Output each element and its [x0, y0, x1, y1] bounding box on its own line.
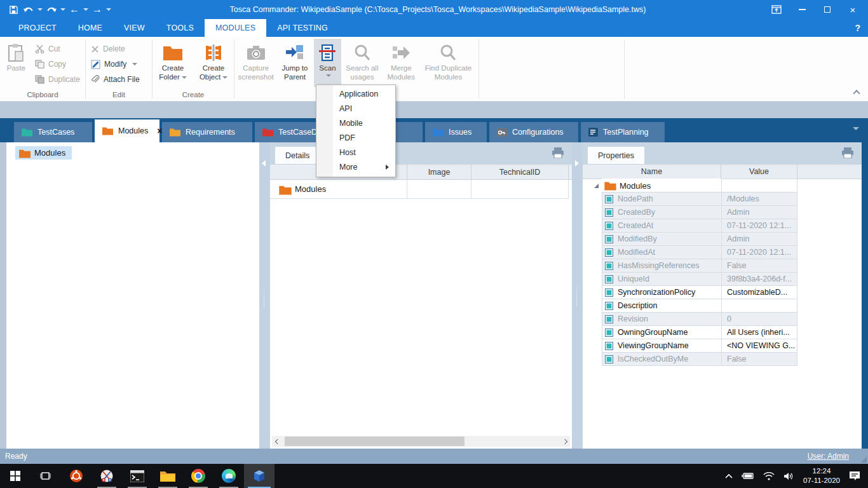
edge-icon[interactable] [214, 464, 244, 488]
property-row-ischeckedoutbyme[interactable]: IsCheckedOutByMeFalse [583, 353, 797, 366]
redo-dropdown-caret[interactable] [60, 3, 66, 17]
ubuntu-icon[interactable] [61, 464, 92, 488]
resize-grip[interactable] [860, 456, 867, 463]
battery-icon[interactable] [742, 472, 754, 480]
merge-modules-button[interactable]: Merge Modules [383, 39, 419, 87]
scroll-left-arrow-icon[interactable] [272, 436, 283, 447]
property-root-row[interactable]: Modules [583, 179, 797, 193]
menu-item-pdf[interactable]: PDF [316, 130, 395, 145]
cut-button[interactable]: Cut [31, 41, 84, 57]
collapse-panel-arrow-icon[interactable] [575, 160, 579, 166]
ribbon-tab-api-testing[interactable]: API TESTING [266, 19, 339, 37]
property-row-modifiedat[interactable]: ModifiedAt07-11-2020 12:1... [583, 246, 797, 259]
ribbon-tab-modules[interactable]: MODULES [205, 19, 266, 37]
workspace-tab-testplanning[interactable]: TestPlanning [581, 122, 665, 142]
ribbon-tab-home[interactable]: HOME [67, 19, 113, 37]
ribbon-tab-view[interactable]: VIEW [113, 19, 156, 37]
property-row-createdat[interactable]: CreatedAt07-11-2020 12:1... [583, 219, 797, 233]
minimize-button[interactable] [789, 1, 815, 18]
tab-overflow-caret-icon[interactable] [853, 127, 859, 130]
user-link[interactable]: User: Admin [808, 452, 849, 461]
speaker-icon[interactable] [783, 472, 794, 480]
undo-button[interactable] [22, 3, 36, 17]
property-row-revision[interactable]: Revision0 [583, 313, 797, 326]
collapse-ribbon-chevron-icon[interactable] [854, 91, 862, 96]
scrollbar-thumb[interactable] [285, 437, 465, 446]
back-dropdown-caret[interactable] [83, 3, 89, 17]
duplicate-button[interactable]: Duplicate [31, 72, 84, 87]
property-row-uniqueid[interactable]: UniqueId39f8b3a4-206d-f... [583, 273, 797, 286]
menu-item-more[interactable]: More [316, 159, 395, 174]
scroll-right-arrow-icon[interactable] [559, 436, 570, 447]
maximize-button[interactable] [815, 1, 840, 18]
close-button[interactable]: × [840, 1, 865, 18]
undo-dropdown-caret[interactable] [37, 3, 43, 17]
create-folder-button[interactable]: Create Folder [154, 39, 192, 87]
taskbar-clock[interactable]: 12:24 07-11-2020 [803, 466, 840, 485]
notification-icon[interactable] [849, 471, 860, 481]
collapse-panel-arrow-icon[interactable] [262, 160, 266, 166]
tosca-taskbar-icon[interactable] [244, 464, 275, 488]
create-object-button[interactable]: Create Object [194, 39, 233, 87]
horizontal-scrollbar[interactable] [272, 436, 570, 447]
column-value[interactable]: Value [721, 165, 797, 179]
ribbon-tab-tools[interactable]: TOOLS [156, 19, 205, 37]
ribbon-tab-project[interactable]: PROJECT [8, 19, 67, 37]
column-name[interactable]: Name [583, 165, 721, 179]
redo-button[interactable] [44, 3, 58, 17]
expander-icon[interactable] [594, 184, 599, 188]
menu-item-mobile[interactable]: Mobile [316, 116, 395, 130]
workspace-tab-modules[interactable]: Modules × [95, 119, 159, 142]
property-row-nodepath[interactable]: NodePath/Modules [583, 193, 797, 206]
forward-dropdown-caret[interactable] [105, 3, 112, 17]
search-all-usages-button[interactable]: Search all usages [341, 39, 383, 87]
collapse-ribbon-icon[interactable] [764, 1, 789, 18]
column-image[interactable]: Image [407, 165, 471, 179]
delete-button[interactable]: Delete [87, 41, 144, 57]
property-row-createdby[interactable]: CreatedByAdmin [583, 206, 797, 219]
workspace-tab-configurations[interactable]: Configurations [489, 122, 578, 142]
scan-button[interactable]: Scan [314, 39, 342, 87]
tree-item-modules[interactable]: Modules [15, 146, 72, 159]
jump-to-parent-button[interactable]: Jump to Parent [276, 39, 313, 87]
snipping-tool-icon[interactable] [92, 464, 122, 488]
chrome-icon[interactable] [183, 464, 214, 488]
save-icon[interactable] [6, 3, 20, 17]
attach-file-button[interactable]: Attach File [87, 72, 144, 87]
property-row-viewinggroupname[interactable]: ViewingGroupName<NO VIEWING G... [583, 339, 797, 353]
property-row-description[interactable]: Description [583, 299, 797, 313]
wifi-icon[interactable] [763, 472, 775, 480]
splitter-right[interactable] [572, 142, 583, 449]
property-row-synchronizationpolicy[interactable]: SynchronizationPolicyCustomizableD... [583, 286, 797, 299]
details-row-modules[interactable]: Modules [270, 180, 569, 199]
forward-button[interactable]: → [90, 3, 104, 17]
paste-button[interactable]: Paste [1, 39, 31, 87]
workspace-tab-issues[interactable]: Issues [425, 122, 487, 142]
tray-chevron-icon[interactable] [725, 473, 733, 478]
file-explorer-icon[interactable] [153, 464, 183, 488]
start-button[interactable] [0, 464, 31, 488]
property-row-owninggroupname[interactable]: OwningGroupNameAll Users (inheri... [583, 326, 797, 339]
menu-item-host[interactable]: Host [316, 145, 395, 159]
help-icon[interactable]: ? [855, 19, 860, 37]
modify-button[interactable]: Modify [87, 57, 144, 72]
capture-screenshot-button[interactable]: Capture screenshot [236, 39, 276, 87]
workspace-tab-requirements[interactable]: Requirements [162, 122, 252, 142]
tab-details[interactable]: Details [275, 147, 320, 164]
cut-icon [35, 44, 44, 53]
tab-properties[interactable]: Properties [588, 147, 644, 164]
printer-icon[interactable] [841, 147, 854, 158]
property-row-hasmissingreferences[interactable]: HasMissingReferencesFalse [583, 259, 797, 273]
property-row-modifiedby[interactable]: ModifiedByAdmin [583, 233, 797, 246]
back-button[interactable]: ← [67, 3, 81, 17]
column-technicalid[interactable]: TechnicalID [471, 165, 569, 179]
menu-item-api[interactable]: API [316, 101, 395, 116]
splitter-left[interactable] [259, 142, 270, 449]
workspace-tab-testcases[interactable]: TestCases [14, 122, 92, 142]
find-duplicate-modules-button[interactable]: Find Duplicate Modules [419, 39, 477, 87]
copy-button[interactable]: Copy [31, 57, 84, 72]
printer-icon[interactable] [552, 147, 564, 158]
command-prompt-icon[interactable] [122, 464, 153, 488]
task-view-button[interactable] [31, 464, 61, 488]
menu-item-application[interactable]: Application [316, 86, 395, 101]
